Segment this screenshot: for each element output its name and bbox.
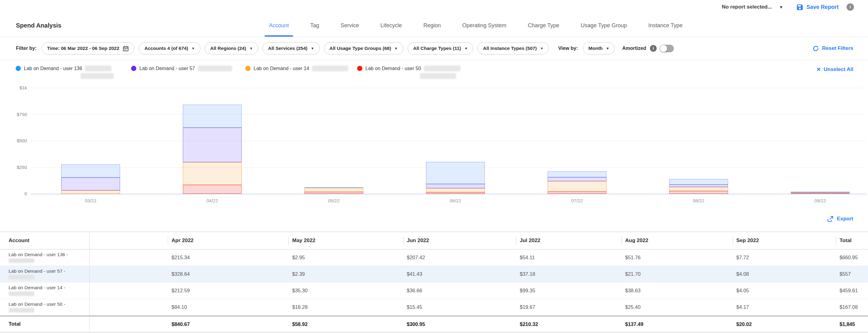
tab-operating-system[interactable]: Operating System [460,14,508,37]
legend-line: Lab on Demand - user 136 [24,66,114,71]
amortized-toggle[interactable] [660,45,674,52]
legend-label-group: Lab on Demand - user 136 [24,66,114,79]
table-cell: $38.63 [625,282,641,299]
gridline [31,88,867,88]
bar-segment-lab-on-demand-user-14-07-22[interactable] [548,181,607,192]
column-header-jul-2022[interactable]: Jul 2022 [520,232,540,249]
column-header-sep-2022[interactable]: Sep 2022 [736,232,759,249]
total-cell: $210.32 [520,317,538,332]
chevron-down-icon: ▼ [395,47,398,50]
bar-segment-lab-on-demand-user-14-04-22[interactable] [183,162,242,185]
legend-line [420,73,461,79]
spend-table: AccountApr 2022May 2022Jun 2022Jul 2022A… [0,232,868,332]
bar-segment-lab-on-demand-user-136-07-22[interactable] [548,171,607,177]
chevron-down-icon: ▼ [464,47,468,50]
filter-pill-all-services-254[interactable]: All Services (254)▼ [262,42,319,55]
bar-segment-lab-on-demand-user-50-07-22[interactable] [548,192,607,194]
legend-item-lab-on-demand-user-50[interactable]: Lab on Demand - user 50 [357,66,461,79]
filter-pill-accounts-4-of-674[interactable]: Accounts 4 (of 674)▼ [139,42,200,55]
bar-segment-lab-on-demand-user-57-08-22[interactable] [669,185,728,187]
chevron-down-icon: ▼ [779,5,783,9]
save-report-button[interactable]: Save Report [796,3,839,11]
tab-service[interactable]: Service [339,14,361,37]
legend-label: Lab on Demand - user 57 [140,66,195,71]
tab-account[interactable]: Account [267,14,291,37]
filter-pill-all-charge-types-11[interactable]: All Charge Types (11)▼ [408,42,473,55]
filter-pill-all-regions-24[interactable]: All Regions (24)▼ [205,42,258,55]
table-row: Lab on Demand - user 50 -$84.10$18.28$15… [0,299,868,315]
legend-line: Lab on Demand - user 14 [254,66,348,71]
bar-segment-lab-on-demand-user-57-07-22[interactable] [548,177,607,181]
gridline [31,194,867,194]
column-header-total[interactable]: Total [839,232,851,249]
bar-segment-lab-on-demand-user-50-05-22[interactable] [305,192,363,194]
tab-charge-type[interactable]: Charge Type [526,14,561,37]
account-name: Lab on Demand - user 50 - [8,301,65,307]
table-total-row: Total$840.67$58.92$300.95$210.32$137.49$… [0,315,868,332]
column-header-jun-2022[interactable]: Jun 2022 [407,232,429,249]
tab-lifecycle[interactable]: Lifecycle [378,14,404,37]
amortized-info-icon[interactable]: i [650,45,657,52]
bar-segment-lab-on-demand-user-57-06-22[interactable] [426,184,485,188]
table-cell: $99.35 [520,282,535,299]
filter-pill-label: All Charge Types (11) [413,45,461,51]
legend-item-lab-on-demand-user-57[interactable]: Lab on Demand - user 57 [131,66,232,71]
table-cell: $19.67 [520,299,535,315]
table-cell: $36.66 [407,282,422,299]
unselect-all-button[interactable]: ✕ Unselect All [816,66,853,73]
table-row: Lab on Demand - user 57 -$328.64$2.39$41… [0,266,868,282]
view-by-value: Month [588,45,602,51]
table-cell: $215.34 [172,249,190,266]
filter-pill-time-06-mar-2022-06-sep-2022[interactable]: Time: 06 Mar 2022 - 06 Sep 2022 [42,42,135,55]
filter-pills: Time: 06 Mar 2022 - 06 Sep 2022Accounts … [42,42,549,55]
bar-segment-lab-on-demand-user-136-08-22[interactable] [669,179,728,185]
bar-segment-lab-on-demand-user-50-08-22[interactable] [669,191,728,194]
filter-pill-all-usage-type-groups-68[interactable]: All Usage Type Groups (68)▼ [324,42,403,55]
bar-segment-lab-on-demand-user-57-04-22[interactable] [183,128,242,163]
report-selector-dropdown[interactable]: No report selected... ▼ [722,4,783,10]
column-header-aug-2022[interactable]: Aug 2022 [625,232,648,249]
legend-label: Lab on Demand - user 136 [24,66,82,71]
tab-tag[interactable]: Tag [308,14,321,37]
chevron-down-icon: ▼ [311,47,314,50]
table-cell: $37.18 [520,266,535,282]
calendar-icon [123,45,129,52]
bar-segment-lab-on-demand-user-14-05-22[interactable] [305,188,363,192]
filter-pill-label: All Regions (24) [210,45,246,51]
view-by-select[interactable]: Month ▼ [583,42,615,55]
tab-usage-type-group[interactable]: Usage Type Group [579,14,629,37]
table-cell: $167.08 [839,299,858,315]
bar-segment-lab-on-demand-user-14-06-22[interactable] [426,188,485,192]
bar-segment-lab-on-demand-user-14-08-22[interactable] [669,187,728,191]
legend-label-group: Lab on Demand - user 57 [140,66,232,71]
legend-item-lab-on-demand-user-14[interactable]: Lab on Demand - user 14 [245,66,348,71]
bar-segment-lab-on-demand-user-136-06-22[interactable] [426,162,485,184]
tab-instance-type[interactable]: Instance Type [647,14,685,37]
legend-label: Lab on Demand - user 14 [254,66,309,71]
report-selector-label: No report selected... [722,4,772,10]
filter-pill-all-instance-types-507[interactable]: All Instance Types (507)▼ [477,42,549,55]
redacted-text [81,73,114,79]
bar-segment-lab-on-demand-user-57-03-22[interactable] [61,177,120,190]
column-divider [89,232,90,332]
export-button[interactable]: Export [827,215,853,223]
bar-segment-lab-on-demand-user-136-05-22[interactable] [305,187,363,188]
bar-segment-lab-on-demand-user-136-04-22[interactable] [183,105,242,128]
bar-segment-lab-on-demand-user-14-03-22[interactable] [61,190,120,194]
bar-segment-lab-on-demand-user-50-06-22[interactable] [426,192,485,194]
column-header-account[interactable]: Account [8,232,29,249]
bar-segment-lab-on-demand-user-136-09-22[interactable] [791,192,849,193]
bar-segment-lab-on-demand-user-136-03-22[interactable] [61,164,120,177]
reset-filters-button[interactable]: Reset Filters [812,45,853,52]
x-axis-label: 03/22 [85,198,96,203]
x-axis-label: 05/22 [328,198,340,203]
column-header-may-2022[interactable]: May 2022 [292,232,315,249]
legend-item-lab-on-demand-user-136[interactable]: Lab on Demand - user 136 [16,66,114,79]
tab-region[interactable]: Region [422,14,442,37]
bar-segment-lab-on-demand-user-50-04-22[interactable] [183,185,242,194]
column-header-apr-2022[interactable]: Apr 2022 [172,232,193,249]
redacted-text [8,275,34,279]
info-icon[interactable]: i [846,3,854,11]
legend-line: Lab on Demand - user 50 [365,66,461,71]
gridline [31,141,867,141]
